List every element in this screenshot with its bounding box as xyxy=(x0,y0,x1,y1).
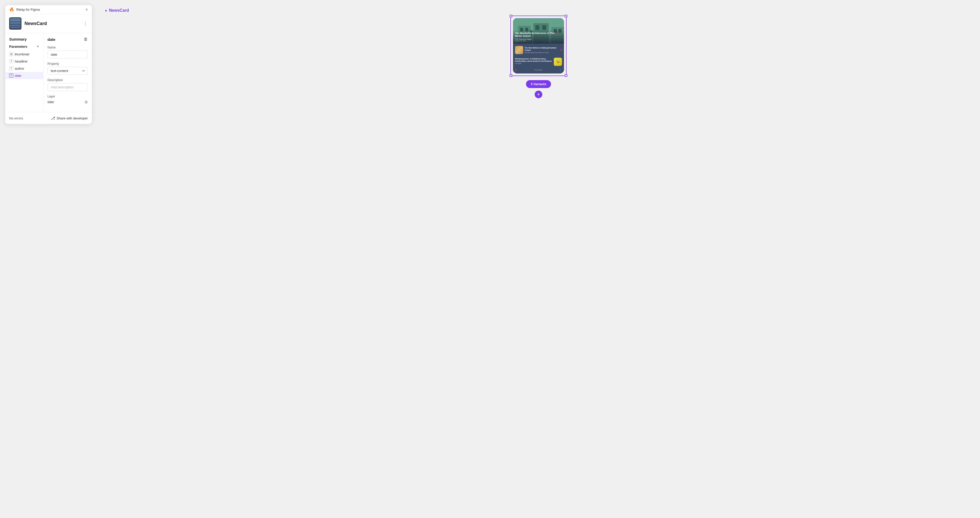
thumb-bar-4 xyxy=(10,27,21,28)
status-text: No errors xyxy=(9,116,23,120)
parameters-label: Parameters xyxy=(9,44,27,48)
svg-rect-8 xyxy=(542,25,546,30)
layer-row: date ⊕ xyxy=(48,100,88,104)
svg-rect-7 xyxy=(535,25,539,30)
param-item-headline[interactable]: T headline xyxy=(5,58,43,65)
hero-title: The Wonderful Architectures of This Wint… xyxy=(515,32,562,38)
corner-handle-br xyxy=(565,74,567,77)
name-field-row: Name xyxy=(48,46,88,59)
param-label-author: author xyxy=(15,67,24,70)
corner-handle-bl xyxy=(510,74,512,77)
card-last-body: Wondering Hour: A Childhood Story, Grizz… xyxy=(515,58,562,66)
crepes-thumbnail xyxy=(515,46,523,54)
corner-handle-tr xyxy=(565,15,567,17)
canvas-area: ⬧ NewsCard xyxy=(102,5,975,98)
property-field-row: Property text-content xyxy=(48,62,88,75)
name-field-label: Name xyxy=(48,46,88,49)
app-logo-row: 🔥 Relay for Figma xyxy=(9,7,40,12)
hero-author: The Seasonal Sagas xyxy=(515,38,562,40)
component-thumbnail xyxy=(9,17,21,30)
name-field-input[interactable] xyxy=(48,51,88,59)
card-item-bees: Wondering Hour: A Childhood Story, Grizz… xyxy=(513,56,564,73)
property-field-label: Property xyxy=(48,62,88,65)
param-label-date: date xyxy=(15,74,21,78)
description-field-label: Description xyxy=(48,78,88,82)
selection-box: The Wonderful Architectures of This Wint… xyxy=(511,16,566,76)
variants-button[interactable]: 3 Variants xyxy=(526,80,551,88)
card-item-crepes: The New Method to Making Breakfast Crepe… xyxy=(513,44,564,56)
menu-icon[interactable]: ⋮ xyxy=(83,21,88,26)
delete-icon[interactable]: 🗑 xyxy=(84,37,88,41)
text-icon-author: T xyxy=(9,66,13,70)
dot-indicator-bees xyxy=(515,69,517,71)
card-item-crepes-meta: Morning Break November 10, 2021 xyxy=(525,52,558,53)
text-icon-headline: T xyxy=(9,59,13,63)
param-item-date[interactable]: T date xyxy=(5,72,43,79)
dot-indicator-crepes xyxy=(560,49,562,51)
detail-panel: date 🗑 Name Property text-content Descri… xyxy=(43,33,92,112)
parameters-row: Parameters + xyxy=(5,44,43,51)
description-field-input[interactable] xyxy=(48,83,88,91)
hero-date: August 25, 2021 xyxy=(515,40,562,41)
card-time: 4 hours ago xyxy=(534,69,542,71)
layer-value: date xyxy=(48,100,54,104)
panel-body: Summary Parameters + ⊞ thumbnail T headl… xyxy=(5,33,92,112)
component-name: NewsCard xyxy=(24,21,80,26)
description-field-row: Description xyxy=(48,78,88,91)
corner-handle-tl xyxy=(510,15,512,17)
card-item-crepes-content: The New Method to Making Breakfast Crepe… xyxy=(525,47,558,53)
image-icon: ⊞ xyxy=(9,52,13,56)
share-icon: ⎇ xyxy=(51,116,55,121)
layer-field-row: Layer date ⊕ xyxy=(48,95,88,104)
relay-panel: 🔥 Relay for Figma × NewsCard ⋮ Summary P… xyxy=(5,5,92,124)
add-variant-button[interactable]: + xyxy=(535,91,542,98)
card-item-bees-title: Wondering Hour: A Childhood Story, Grizz… xyxy=(515,58,552,62)
param-label-headline: headline xyxy=(15,59,27,63)
component-header: NewsCard ⋮ xyxy=(5,14,92,33)
card-last-footer: 4 hours ago ⋮ xyxy=(515,68,562,71)
param-item-thumbnail[interactable]: ⊞ thumbnail xyxy=(5,51,43,58)
card-item-bees-content: Wondering Hour: A Childhood Story, Grizz… xyxy=(515,58,552,64)
param-label-thumbnail: thumbnail xyxy=(15,52,29,56)
hero-card: The Wonderful Architectures of This Wint… xyxy=(513,18,564,44)
relay-logo-icon: 🔥 xyxy=(9,7,14,12)
panel-footer: No errors ⎇ Share with developer xyxy=(5,112,92,124)
add-variant-icon: + xyxy=(537,92,540,97)
close-button[interactable]: × xyxy=(86,7,88,12)
canvas-component-name: NewsCard xyxy=(109,8,129,13)
app-title: Relay for Figma xyxy=(16,8,40,11)
component-label-row: ⬧ NewsCard xyxy=(105,8,129,13)
param-item-author[interactable]: T author xyxy=(5,65,43,72)
thumb-bar-1 xyxy=(10,18,21,22)
diamond-icon: ⬧ xyxy=(105,8,107,13)
detail-header: date 🗑 xyxy=(48,37,88,41)
add-parameter-button[interactable]: + xyxy=(37,44,39,48)
panel-sidebar: Summary Parameters + ⊞ thumbnail T headl… xyxy=(5,33,43,112)
property-select[interactable]: text-content xyxy=(48,67,88,75)
bees-thumbnail: 🐝 xyxy=(554,58,562,66)
news-card: The Wonderful Architectures of This Wint… xyxy=(513,18,564,73)
hero-overlay: The Wonderful Architectures of This Wint… xyxy=(513,30,564,44)
share-with-developer-button[interactable]: ⎇ Share with developer xyxy=(51,116,88,121)
summary-heading: Summary xyxy=(5,37,43,44)
app-header: 🔥 Relay for Figma × xyxy=(5,5,92,14)
target-icon[interactable]: ⊕ xyxy=(84,100,88,104)
thumb-bar-2 xyxy=(10,22,21,24)
more-options-icon[interactable]: ⋮ xyxy=(559,68,562,71)
share-label: Share with developer xyxy=(57,116,88,120)
detail-field-name: date xyxy=(48,37,56,41)
thumb-bar-3 xyxy=(10,24,21,27)
layer-field-label: Layer xyxy=(48,95,88,98)
text-icon-date: T xyxy=(9,73,13,78)
card-item-bees-author: The Bees xyxy=(515,63,552,64)
card-item-crepes-title: The New Method to Making Breakfast Crepe… xyxy=(525,47,558,51)
